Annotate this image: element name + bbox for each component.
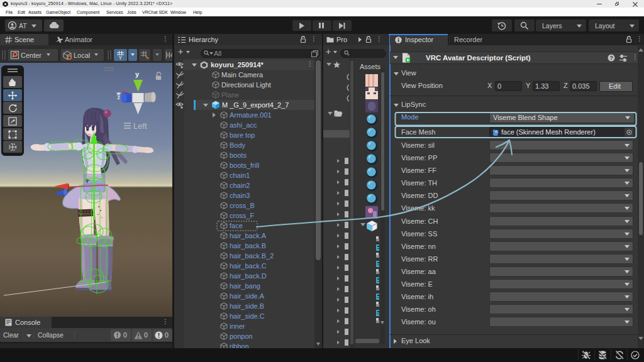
svg-text:Left: Left (133, 121, 147, 131)
svg-text:z: z (118, 94, 121, 101)
svg-text:y: y (135, 70, 140, 78)
svg-text:?: ? (610, 55, 614, 61)
